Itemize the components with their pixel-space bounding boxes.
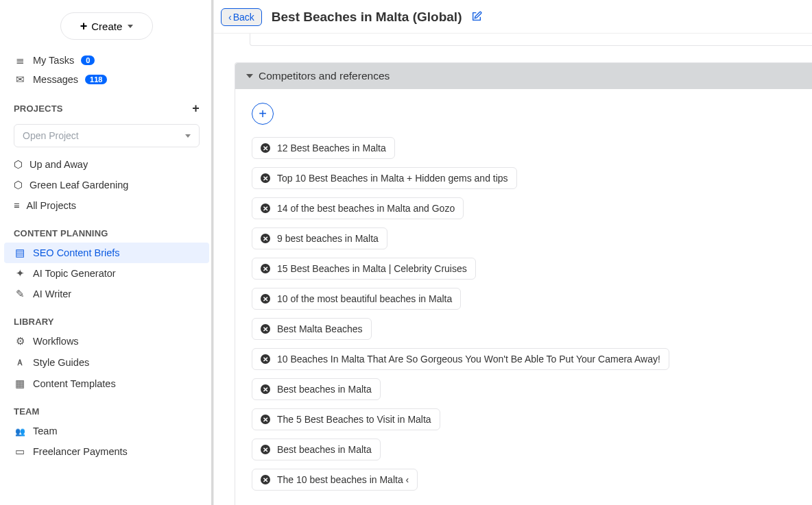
sidebar-item-ai-topic[interactable]: AI Topic Generator — [0, 263, 213, 284]
tasks-icon — [14, 55, 26, 66]
project-item-up-and-away[interactable]: Up and Away — [0, 154, 213, 175]
style-icon — [14, 356, 26, 369]
sidebar-item-seo-briefs[interactable]: SEO Content Briefs — [4, 243, 209, 263]
edit-icon[interactable] — [471, 11, 482, 24]
competitor-chip[interactable]: ✕15 Best Beaches in Malta | Celebrity Cr… — [252, 258, 476, 280]
competitor-label: 9 best beaches in Malta — [277, 233, 379, 244]
create-label: Create — [91, 21, 122, 32]
section-library-header: LIBRARY — [0, 304, 213, 331]
sparkle-icon — [14, 268, 26, 279]
project-item-all[interactable]: All Projects — [0, 195, 213, 216]
accordion-body: + ✕12 Best Beaches in Malta✕Top 10 Best … — [235, 89, 812, 505]
topbar: ‹ Back Best Beaches in Malta (Global) — [214, 0, 812, 34]
remove-icon[interactable]: ✕ — [261, 384, 270, 394]
list-icon — [14, 200, 19, 211]
cube-icon — [14, 159, 23, 170]
section-projects-header: PROJECTS + — [0, 89, 213, 120]
competitor-chip[interactable]: ✕The 10 best beaches in Malta ‹ — [252, 469, 418, 491]
competitor-label: Best beaches in Malta — [277, 384, 372, 395]
back-label: Back — [233, 12, 254, 23]
subnav-label: Style Guides — [33, 357, 89, 368]
remove-icon[interactable]: ✕ — [261, 204, 270, 213]
content-area: Competitors and references + ✕12 Best Be… — [214, 34, 812, 505]
open-project-select[interactable]: Open Project — [14, 124, 200, 147]
nav-messages[interactable]: Messages 118 — [0, 70, 213, 89]
remove-icon[interactable]: ✕ — [261, 143, 270, 153]
section-title: CONTENT PLANNING — [14, 228, 108, 238]
competitor-chip[interactable]: ✕10 Beaches In Malta That Are So Gorgeou… — [252, 348, 669, 370]
back-button[interactable]: ‹ Back — [221, 8, 262, 26]
sidebar-item-workflows[interactable]: Workflows — [0, 331, 213, 352]
competitor-label: 14 of the best beaches in Malta and Gozo — [277, 203, 455, 214]
competitor-label: 12 Best Beaches in Malta — [277, 143, 386, 153]
competitor-chip[interactable]: ✕The 5 Best Beaches to Visit in Malta — [252, 408, 440, 430]
messages-icon — [14, 74, 26, 85]
competitor-label: Best beaches in Malta — [277, 444, 372, 455]
panel-edge — [250, 34, 812, 46]
sidebar-item-templates[interactable]: Content Templates — [0, 373, 213, 394]
add-project-button[interactable]: + — [192, 101, 200, 116]
section-team-header: TEAM — [0, 394, 213, 421]
nav-my-tasks[interactable]: My Tasks 0 — [0, 51, 213, 70]
remove-icon[interactable]: ✕ — [261, 264, 270, 273]
subnav-label: Team — [33, 426, 57, 436]
page-title: Best Beaches in Malta (Global) — [272, 10, 462, 25]
proj-label: All Projects — [26, 200, 76, 211]
competitor-list: ✕12 Best Beaches in Malta✕Top 10 Best Be… — [252, 137, 796, 499]
chevron-down-icon — [246, 74, 253, 78]
section-title: PROJECTS — [14, 103, 63, 114]
sidebar: + Create My Tasks 0 Messages 118 PROJECT… — [0, 0, 214, 505]
subnav-label: Workflows — [33, 336, 79, 347]
sidebar-item-freelancer-payments[interactable]: Freelancer Payments — [0, 441, 213, 462]
competitor-chip[interactable]: ✕Best beaches in Malta — [252, 378, 381, 400]
remove-icon[interactable]: ✕ — [261, 445, 270, 454]
proj-label: Green Leaf Gardening — [29, 180, 128, 190]
subnav-label: SEO Content Briefs — [33, 247, 120, 258]
section-title: TEAM — [14, 406, 40, 417]
chevron-left-icon: ‹ — [228, 12, 232, 23]
competitor-chip[interactable]: ✕10 of the most beautiful beaches in Mal… — [252, 288, 461, 310]
payments-icon — [14, 446, 26, 457]
remove-icon[interactable]: ✕ — [261, 415, 270, 424]
sidebar-item-style-guides[interactable]: Style Guides — [0, 352, 213, 373]
remove-icon[interactable]: ✕ — [261, 475, 270, 484]
subnav-label: AI Writer — [33, 288, 71, 299]
plus-icon: + — [80, 20, 88, 32]
accordion-title: Competitors and references — [259, 70, 390, 82]
section-content-planning-header: CONTENT PLANNING — [0, 216, 213, 243]
remove-icon[interactable]: ✕ — [261, 354, 270, 364]
competitor-chip[interactable]: ✕9 best beaches in Malta — [252, 227, 387, 249]
competitor-chip[interactable]: ✕14 of the best beaches in Malta and Goz… — [252, 197, 464, 219]
pen-icon — [14, 288, 26, 299]
add-competitor-button[interactable]: + — [252, 103, 274, 125]
remove-icon[interactable]: ✕ — [261, 294, 270, 304]
badge-messages: 118 — [85, 75, 107, 84]
create-button[interactable]: + Create — [60, 12, 154, 40]
competitor-label: 15 Best Beaches in Malta | Celebrity Cru… — [277, 263, 467, 274]
competitor-chip[interactable]: ✕Best Malta Beaches — [252, 318, 372, 340]
remove-icon[interactable]: ✕ — [261, 234, 270, 243]
competitor-chip[interactable]: ✕Best beaches in Malta — [252, 439, 381, 460]
remove-icon[interactable]: ✕ — [261, 324, 270, 334]
competitor-label: 10 of the most beautiful beaches in Malt… — [277, 293, 452, 304]
subnav-label: Content Templates — [33, 378, 116, 389]
competitor-chip[interactable]: ✕Top 10 Best Beaches in Malta + Hidden g… — [252, 167, 517, 189]
select-label: Open Project — [23, 130, 79, 141]
competitor-chip[interactable]: ✕12 Best Beaches in Malta — [252, 137, 395, 159]
sidebar-item-ai-writer[interactable]: AI Writer — [0, 284, 213, 304]
gear-icon — [14, 336, 26, 347]
caret-down-icon — [128, 25, 133, 28]
competitor-label: Top 10 Best Beaches in Malta + Hidden ge… — [277, 173, 508, 184]
competitor-label: 10 Beaches In Malta That Are So Gorgeous… — [277, 354, 660, 365]
caret-down-icon — [185, 134, 191, 138]
cube-icon — [14, 180, 23, 190]
sidebar-item-team[interactable]: Team — [0, 421, 213, 441]
doc-icon — [14, 247, 26, 258]
competitor-label: The 10 best beaches in Malta ‹ — [277, 474, 409, 485]
accordion-header[interactable]: Competitors and references — [235, 63, 812, 89]
subnav-label: Freelancer Payments — [33, 446, 128, 457]
sidebar-top: + Create — [0, 0, 213, 51]
competitor-label: The 5 Best Beaches to Visit in Malta — [277, 414, 431, 425]
remove-icon[interactable]: ✕ — [261, 173, 270, 183]
project-item-green-leaf[interactable]: Green Leaf Gardening — [0, 175, 213, 195]
